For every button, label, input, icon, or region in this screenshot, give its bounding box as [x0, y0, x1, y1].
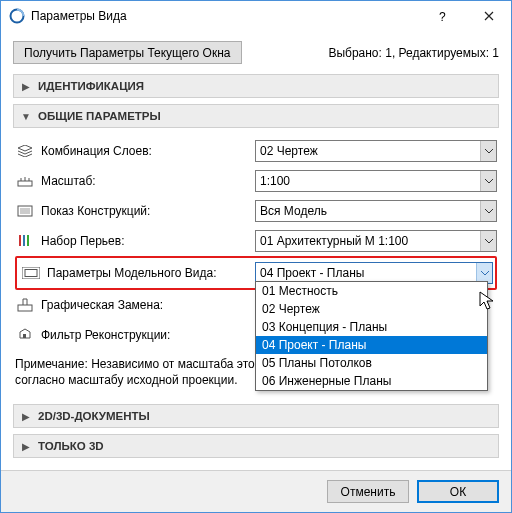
svg-rect-10: [18, 305, 32, 311]
get-current-window-params-button[interactable]: Получить Параметры Текущего Окна: [13, 41, 242, 64]
param-label: Набор Перьев:: [41, 234, 255, 248]
row-layer-combination: Комбинация Слоев: 02 Чертеж: [15, 136, 497, 166]
dropdown-arrow-icon: [480, 171, 496, 191]
top-row: Получить Параметры Текущего Окна Выбрано…: [13, 41, 499, 64]
layer-combination-select[interactable]: 02 Чертеж: [255, 140, 497, 162]
param-label: Графическая Замена:: [41, 298, 255, 312]
layers-icon: [15, 143, 35, 159]
titlebar: Параметры Вида ?: [1, 1, 511, 31]
param-label: Масштаб:: [41, 174, 255, 188]
dropdown-option[interactable]: 03 Концепция - Планы: [256, 318, 487, 336]
section-label: 2D/3D-ДОКУМЕНТЫ: [38, 410, 150, 422]
model-view-dropdown-list[interactable]: 01 Местность 02 Чертеж 03 Концепция - Пл…: [255, 281, 488, 391]
construction-select[interactable]: Вся Модель: [255, 200, 497, 222]
section-2d3d-documents[interactable]: ▶ 2D/3D-ДОКУМЕНТЫ: [13, 404, 499, 428]
chevron-right-icon: ▶: [20, 441, 32, 452]
pens-icon: [15, 233, 35, 249]
dropdown-arrow-icon: [480, 201, 496, 221]
model-view-icon: [21, 265, 41, 281]
svg-rect-2: [18, 181, 32, 186]
chevron-down-icon: ▼: [20, 111, 32, 122]
dropdown-option[interactable]: 01 Местность: [256, 282, 487, 300]
svg-rect-5: [19, 235, 21, 246]
dropdown-option[interactable]: 02 Чертеж: [256, 300, 487, 318]
param-label: Комбинация Слоев:: [41, 144, 255, 158]
scale-icon: [15, 173, 35, 189]
svg-rect-7: [27, 235, 29, 246]
dropdown-arrow-icon: [480, 231, 496, 251]
client-area: Получить Параметры Текущего Окна Выбрано…: [1, 31, 511, 470]
graphic-override-icon: [15, 297, 35, 313]
section-label: ТОЛЬКО 3D: [38, 440, 104, 452]
svg-rect-11: [23, 334, 26, 338]
selection-status: Выбрано: 1, Редактируемых: 1: [328, 46, 499, 60]
param-label: Фильтр Реконструкции:: [41, 328, 255, 342]
reno-filter-icon: [15, 327, 35, 343]
dropdown-option[interactable]: 06 Инженерные Планы: [256, 372, 487, 390]
dropdown-option-selected[interactable]: 04 Проект - Планы: [256, 336, 487, 354]
row-scale: Масштаб: 1:100: [15, 166, 497, 196]
row-pen-set: Набор Перьев: 01 Архитектурный М 1:100: [15, 226, 497, 256]
dialog-window: Параметры Вида ? Получить Параметры Теку…: [0, 0, 512, 513]
chevron-right-icon: ▶: [20, 81, 32, 92]
param-label: Показ Конструкций:: [41, 204, 255, 218]
section-only-3d[interactable]: ▶ ТОЛЬКО 3D: [13, 434, 499, 458]
close-button[interactable]: [466, 2, 511, 31]
dropdown-arrow-icon: [476, 263, 492, 283]
dropdown-arrow-icon: [480, 141, 496, 161]
app-icon: [9, 8, 25, 24]
ok-button[interactable]: ОК: [417, 480, 499, 503]
svg-rect-4: [20, 208, 30, 214]
section-general-params[interactable]: ▼ ОБЩИЕ ПАРАМЕТРЫ: [13, 104, 499, 128]
row-construction-display: Показ Конструкций: Вся Модель: [15, 196, 497, 226]
pen-set-select[interactable]: 01 Архитектурный М 1:100: [255, 230, 497, 252]
svg-text:?: ?: [439, 10, 446, 23]
note-text: Примечание: Независимо от масштаба это с…: [15, 356, 265, 388]
section-identification[interactable]: ▶ ИДЕНТИФИКАЦИЯ: [13, 74, 499, 98]
section-label: ИДЕНТИФИКАЦИЯ: [38, 80, 144, 92]
dialog-footer: Отменить ОК: [1, 470, 511, 512]
svg-rect-9: [25, 270, 37, 277]
param-label: Параметры Модельного Вида:: [47, 266, 255, 280]
dropdown-option[interactable]: 05 Планы Потолков: [256, 354, 487, 372]
help-button[interactable]: ?: [421, 2, 466, 31]
window-title: Параметры Вида: [31, 9, 421, 23]
scale-select[interactable]: 1:100: [255, 170, 497, 192]
chevron-right-icon: ▶: [20, 411, 32, 422]
cancel-button[interactable]: Отменить: [327, 480, 409, 503]
svg-rect-6: [23, 235, 25, 246]
construction-icon: [15, 203, 35, 219]
section-label: ОБЩИЕ ПАРАМЕТРЫ: [38, 110, 161, 122]
